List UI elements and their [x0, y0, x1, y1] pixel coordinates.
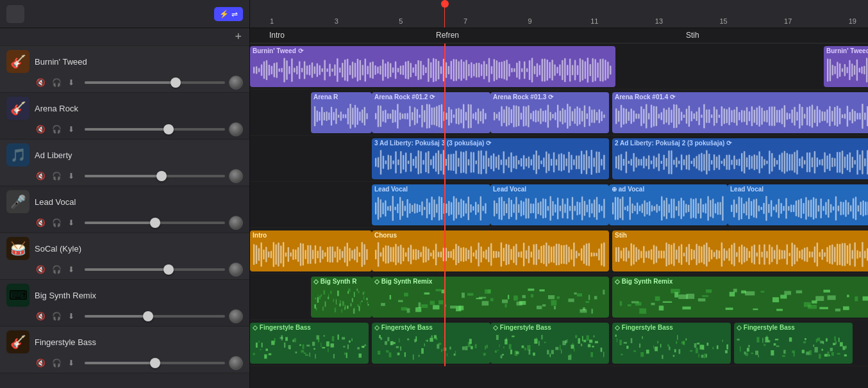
track-btn-0-big-synth[interactable]: 🔇 — [35, 311, 47, 322]
fader-thumb-big-synth[interactable] — [143, 311, 153, 321]
clip-burnin-tweed-0[interactable]: Burnin' Tweed ⟳ — [250, 46, 615, 87]
timeline-lane-arena-rock[interactable]: Arena RArena Rock #01.2 ⟳Arena Rock #01.… — [250, 90, 868, 136]
track-btn-0-socal-kyle[interactable]: 🔇 — [35, 264, 47, 275]
knob-arena-rock[interactable] — [229, 122, 243, 136]
svg-rect-304 — [628, 111, 630, 121]
clip-fingerstyle-bass-2[interactable]: ◇ Fingerstyle Bass — [490, 323, 609, 364]
fader-thumb-lead-vocal[interactable] — [150, 218, 160, 228]
svg-rect-1447 — [683, 341, 685, 345]
clip-lead-vocal-0[interactable]: Lead Vocal — [372, 184, 490, 225]
timeline-lane-ad-liberty[interactable]: 3 Ad Liberty: Pokušaj 3 (3 pokušaja) ⟳2 … — [250, 136, 868, 182]
track-btn-1-ad-liberty[interactable]: 🎧 — [51, 170, 63, 182]
track-btn-2-ad-liberty[interactable]: ⬇ — [67, 170, 76, 182]
clip-ad-liberty-0[interactable]: 3 Ad Liberty: Pokušaj 3 (3 pokušaja) ⟳ — [372, 138, 609, 179]
svg-rect-938 — [455, 244, 456, 266]
fader-thumb-ad-liberty[interactable] — [156, 171, 167, 181]
fader-burnin-tweed[interactable] — [85, 81, 225, 84]
timeline-lane-fingerstyle-bass[interactable]: ◇ Fingerstyle Bass◇ Fingerstyle Bass◇ Fi… — [250, 320, 868, 366]
knob-burnin-tweed[interactable] — [229, 76, 243, 90]
svg-rect-1076 — [812, 252, 813, 257]
track-btn-1-socal-kyle[interactable]: 🎧 — [51, 264, 63, 275]
track-btn-1-burnin-tweed[interactable]: 🎧 — [51, 77, 63, 88]
knob-ad-liberty[interactable] — [229, 169, 243, 183]
knob-fingerstyle-bass[interactable] — [229, 356, 243, 370]
knob-big-synth[interactable] — [229, 309, 243, 323]
track-btn-1-arena-rock[interactable]: 🎧 — [51, 124, 63, 135]
clip-fingerstyle-bass-1[interactable]: ◇ Fingerstyle Bass — [372, 323, 490, 364]
fader-ad-liberty[interactable] — [85, 175, 225, 177]
smart-controls-button[interactable]: ⚡ ⇌ — [214, 7, 243, 21]
clip-big-synth-2[interactable]: ◇ Big Synth Remix — [612, 277, 868, 318]
svg-rect-860 — [256, 245, 257, 264]
svg-rect-1260 — [843, 306, 849, 310]
knob-lead-vocal[interactable] — [229, 216, 243, 230]
svg-rect-1440 — [669, 346, 671, 350]
clip-arena-rock-0[interactable]: Arena R — [311, 92, 372, 133]
track-btn-2-socal-kyle[interactable]: ⬇ — [67, 264, 76, 275]
track-btn-2-arena-rock[interactable]: ⬇ — [67, 124, 76, 135]
fader-lead-vocal[interactable] — [85, 222, 225, 224]
track-btn-0-arena-rock[interactable]: 🔇 — [35, 124, 47, 135]
svg-rect-1286 — [285, 337, 288, 341]
svg-rect-33 — [337, 58, 338, 82]
clip-socal-kyle-1[interactable]: Chorus — [372, 230, 609, 271]
timeline-lane-big-synth[interactable]: ◇ Big Synth R◇ Big Synth Remix◇ Big Synt… — [250, 274, 868, 320]
svg-rect-1421 — [603, 352, 604, 357]
track-btn-2-big-synth[interactable]: ⬇ — [67, 311, 76, 322]
fader-thumb-arena-rock[interactable] — [163, 124, 174, 134]
track-btn-0-lead-vocal[interactable]: 🔇 — [35, 217, 47, 229]
fader-arena-rock[interactable] — [85, 128, 225, 131]
track-btn-1-fingerstyle-bass[interactable]: 🎧 — [51, 357, 63, 369]
clip-fingerstyle-bass-4[interactable]: ◇ Fingerstyle Bass — [734, 323, 853, 364]
clip-fingerstyle-bass-0[interactable]: ◇ Fingerstyle Bass — [250, 323, 369, 364]
ruler[interactable]: 135791113151719 — [250, 0, 868, 28]
track-btn-1-big-synth[interactable]: 🎧 — [51, 311, 63, 322]
track-btn-2-lead-vocal[interactable]: ⬇ — [67, 217, 76, 229]
clip-lead-vocal-1[interactable]: Lead Vocal — [490, 184, 609, 225]
svg-rect-1478 — [767, 335, 767, 337]
clip-big-synth-1[interactable]: ◇ Big Synth Remix — [372, 277, 609, 318]
add-track-button[interactable] — [6, 5, 24, 23]
knob-socal-kyle[interactable] — [229, 263, 243, 277]
raspored-add-button[interactable]: + — [235, 30, 242, 44]
svg-rect-1284 — [281, 335, 283, 341]
fader-big-synth[interactable] — [85, 315, 225, 318]
clip-big-synth-0[interactable]: ◇ Big Synth R — [311, 277, 372, 318]
sidebar-top-bar: ⚡ ⇌ — [0, 0, 249, 28]
track-btn-0-ad-liberty[interactable]: 🔇 — [35, 170, 47, 182]
track-btn-0-burnin-tweed[interactable]: 🔇 — [35, 77, 47, 88]
track-btn-1-lead-vocal[interactable]: 🎧 — [51, 217, 63, 229]
clip-arena-rock-3[interactable]: Arena Rock #01.4 ⟳ — [612, 92, 868, 133]
ruler-marks: 135791113151719 — [255, 17, 868, 28]
svg-rect-537 — [668, 150, 669, 174]
clip-fingerstyle-bass-3[interactable]: ◇ Fingerstyle Bass — [612, 323, 731, 364]
clip-arena-rock-1[interactable]: Arena Rock #01.2 ⟳ — [372, 92, 490, 133]
clip-arena-rock-2[interactable]: Arena Rock #01.3 ⟳ — [490, 92, 609, 133]
fader-thumb-fingerstyle-bass[interactable] — [150, 358, 160, 368]
svg-rect-1220 — [591, 309, 593, 314]
fader-thumb-socal-kyle[interactable] — [163, 264, 174, 275]
svg-rect-1143 — [342, 309, 343, 313]
clip-socal-kyle-2[interactable]: Stih — [612, 230, 868, 271]
fader-fingerstyle-bass[interactable] — [85, 362, 225, 364]
clip-lead-vocal-2[interactable]: ⊕ ad Vocal — [609, 184, 728, 225]
track-btn-2-burnin-tweed[interactable]: ⬇ — [67, 77, 76, 88]
svg-rect-874 — [290, 252, 291, 257]
timeline-lane-lead-vocal[interactable]: Lead VocalLead Vocal⊕ ad VocalLead Vocal — [250, 182, 868, 228]
clip-lead-vocal-3[interactable]: Lead Vocal — [728, 184, 868, 225]
clip-ad-liberty-1[interactable]: 2 Ad Liberty: Pokušaj 2 (3 pokušaja) ⟳ — [612, 138, 868, 179]
timeline-lane-socal-kyle[interactable]: IntroChorusStih — [250, 228, 868, 274]
svg-rect-367 — [787, 113, 788, 120]
clip-socal-kyle-0[interactable]: Intro — [250, 230, 372, 271]
svg-rect-494 — [551, 159, 552, 166]
svg-rect-975 — [548, 245, 549, 264]
svg-rect-1028 — [691, 249, 692, 261]
clip-burnin-tweed-1[interactable]: Burnin' Tweed — [824, 46, 868, 87]
fader-thumb-burnin-tweed[interactable] — [171, 77, 181, 88]
fader-socal-kyle[interactable] — [85, 268, 225, 271]
track-btn-2-fingerstyle-bass[interactable]: ⬇ — [67, 357, 76, 369]
svg-rect-896 — [344, 247, 346, 263]
tracks-scroll[interactable]: Burnin' Tweed ⟳Burnin' TweedArena RArena… — [250, 44, 868, 388]
track-btn-0-fingerstyle-bass[interactable]: 🔇 — [35, 357, 47, 369]
timeline-lane-burnin-tweed[interactable]: Burnin' Tweed ⟳Burnin' Tweed — [250, 44, 868, 90]
